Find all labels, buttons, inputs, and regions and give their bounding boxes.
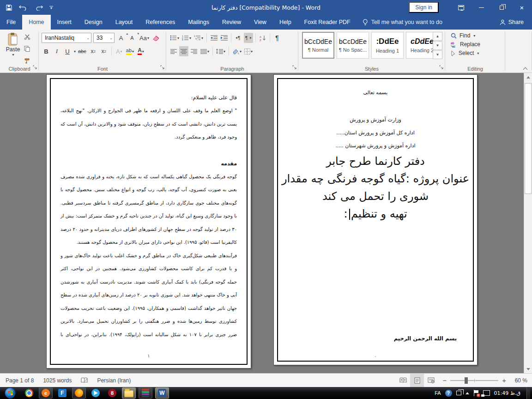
undo-icon[interactable]: ▾ xyxy=(19,4,29,11)
shrink-font-button[interactable]: A xyxy=(127,33,137,43)
collapse-ribbon-icon[interactable] xyxy=(524,67,527,71)
align-right-button[interactable] xyxy=(189,46,199,56)
sign-in-button[interactable]: Sign in xyxy=(409,2,439,13)
close-button[interactable]: × xyxy=(512,0,532,15)
clipboard-dialog-launcher-icon[interactable] xyxy=(33,63,37,71)
customize-qat-icon[interactable]: ▾ xyxy=(49,6,53,9)
web-layout-button[interactable] xyxy=(424,374,438,387)
grow-font-button[interactable]: A xyxy=(116,33,126,43)
rtl-text-direction-button[interactable]: ¶ xyxy=(244,33,253,43)
document-page-1[interactable]: بسمه تعالی وزارت آموزش و پرورشاداره کل آ… xyxy=(273,74,478,365)
select-button[interactable]: Select▾ xyxy=(451,50,480,56)
justify-button[interactable]: ▾ xyxy=(200,46,210,56)
styles-scroll-up-icon[interactable]: ▲ xyxy=(433,32,442,41)
tab-view[interactable]: View xyxy=(248,15,273,30)
taskbar-telegram-icon[interactable] xyxy=(89,387,103,399)
subscript-button[interactable]: x2 xyxy=(89,46,98,56)
start-button[interactable] xyxy=(5,387,16,399)
underline-button[interactable]: U xyxy=(63,46,72,56)
proofing-status-icon[interactable] xyxy=(76,377,92,383)
tab-help[interactable]: Help xyxy=(273,15,298,30)
zoom-in-icon[interactable]: + xyxy=(502,377,506,384)
sort-button[interactable]: AZ xyxy=(258,33,267,43)
font-dialog-launcher-icon[interactable] xyxy=(160,63,164,71)
text-effects-button[interactable]: A▾ xyxy=(115,46,124,56)
font-size-combobox[interactable]: 33⌄ xyxy=(93,33,115,43)
show-hidden-icons-icon[interactable] xyxy=(466,390,469,394)
find-button[interactable]: Find▾ xyxy=(451,32,480,39)
bullets-button[interactable]: ▾ xyxy=(169,33,180,43)
undo-dropdown-icon[interactable]: ▾ xyxy=(27,6,29,10)
font-name-combobox[interactable]: IranNastaliq⌄ xyxy=(42,33,91,43)
action-center-flag-icon[interactable]: ✕ xyxy=(473,390,479,396)
show-formatting-marks-button[interactable]: ¶ xyxy=(272,33,282,43)
language-bar-icon[interactable] xyxy=(456,391,461,395)
scroll-up-icon[interactable] xyxy=(525,74,532,80)
decrease-indent-button[interactable] xyxy=(209,33,218,43)
align-left-button[interactable] xyxy=(169,46,178,56)
taskbar-internet-app-icon[interactable]: e xyxy=(39,387,53,399)
redo-icon[interactable] xyxy=(36,4,43,11)
taskbar-winrar-icon[interactable] xyxy=(139,387,152,399)
shading-button[interactable]: ▾ xyxy=(231,46,242,56)
restore-button[interactable] xyxy=(491,0,512,15)
styles-gallery-more-icon[interactable]: ▼ xyxy=(433,50,442,59)
read-mode-button[interactable] xyxy=(396,374,410,387)
scroll-down-icon[interactable] xyxy=(525,366,532,372)
format-painter-icon[interactable] xyxy=(24,57,30,66)
ltr-text-direction-button[interactable]: ¶ xyxy=(234,33,243,43)
paragraph-dialog-launcher-icon[interactable] xyxy=(292,63,296,71)
vertical-scrollbar[interactable] xyxy=(524,73,532,373)
zoom-slider-thumb[interactable] xyxy=(465,377,468,384)
taskbar-firefox-icon[interactable] xyxy=(72,387,86,399)
tab-layout[interactable]: Layout xyxy=(109,15,139,30)
styles-scroll-down-icon[interactable]: ▼ xyxy=(433,41,442,50)
ribbon-display-options-icon[interactable] xyxy=(451,0,471,15)
increase-indent-button[interactable] xyxy=(219,33,229,43)
tab-foxit-reader-pdf[interactable]: Foxit Reader PDF xyxy=(298,15,357,30)
language-indicator[interactable]: Persian (Iran) xyxy=(92,377,135,384)
cut-icon[interactable] xyxy=(24,33,30,42)
style-normal[interactable]: bCcDdEe ¶ Normal xyxy=(302,32,334,59)
save-icon[interactable] xyxy=(6,4,12,11)
styles-dialog-launcher-icon[interactable] xyxy=(439,63,443,71)
network-tray-icon[interactable] xyxy=(483,390,490,396)
borders-button[interactable]: ▾ xyxy=(243,46,254,56)
strikethrough-button[interactable]: abc xyxy=(77,46,87,56)
tell-me-box[interactable]: Tell me what you want to do xyxy=(357,15,448,30)
numbering-button[interactable]: 123▾ xyxy=(181,33,192,43)
bold-button[interactable]: B xyxy=(42,46,51,56)
scrollbar-thumb[interactable] xyxy=(525,83,532,194)
multilevel-list-button[interactable]: 1ai▾ xyxy=(193,33,204,43)
tab-home[interactable]: Home xyxy=(22,15,50,30)
print-layout-button[interactable] xyxy=(410,374,424,387)
tab-design[interactable]: Design xyxy=(78,15,109,30)
zoom-percentage[interactable]: 60 % xyxy=(511,377,531,384)
taskbar-chrome-icon[interactable] xyxy=(22,387,36,399)
clock[interactable]: ق.ظ 01:49 xyxy=(494,390,520,396)
help-tray-icon[interactable]: ? xyxy=(445,390,452,397)
italic-button[interactable]: I xyxy=(52,46,61,56)
tab-mailings[interactable]: Mailings xyxy=(181,15,216,30)
word-count[interactable]: 1025 words xyxy=(38,377,76,384)
document-canvas[interactable]: قال علی علیه السلام: " اوضع العلم ما وقف… xyxy=(0,73,532,373)
taskbar-file-explorer-icon[interactable] xyxy=(122,387,136,399)
superscript-button[interactable]: x2 xyxy=(99,46,109,56)
tab-file[interactable]: File xyxy=(0,15,22,30)
replace-button[interactable]: abac Replace xyxy=(451,41,480,48)
line-spacing-button[interactable]: ▾ xyxy=(215,46,226,56)
text-highlight-button[interactable]: ab▾ xyxy=(125,46,135,56)
paste-button[interactable]: Paste ▾ xyxy=(4,32,22,64)
share-button[interactable]: Share xyxy=(491,15,532,30)
document-page-2[interactable]: قال علی علیه السلام: " اوضع العلم ما وقف… xyxy=(46,74,251,369)
minimize-button[interactable] xyxy=(471,0,491,15)
taskbar-f-app-icon[interactable]: F xyxy=(55,387,69,399)
font-color-button[interactable]: A▾ xyxy=(136,46,145,56)
style-heading-1[interactable]: :DdEe Heading 1 xyxy=(371,32,404,59)
copy-icon[interactable] xyxy=(24,45,30,54)
input-language-indicator[interactable]: FA xyxy=(435,390,441,396)
align-center-button[interactable] xyxy=(179,46,188,56)
underline-dropdown-icon[interactable]: ▾ xyxy=(74,49,76,54)
zoom-slider[interactable] xyxy=(450,380,498,381)
taskbar-word-icon[interactable]: W xyxy=(155,387,169,399)
